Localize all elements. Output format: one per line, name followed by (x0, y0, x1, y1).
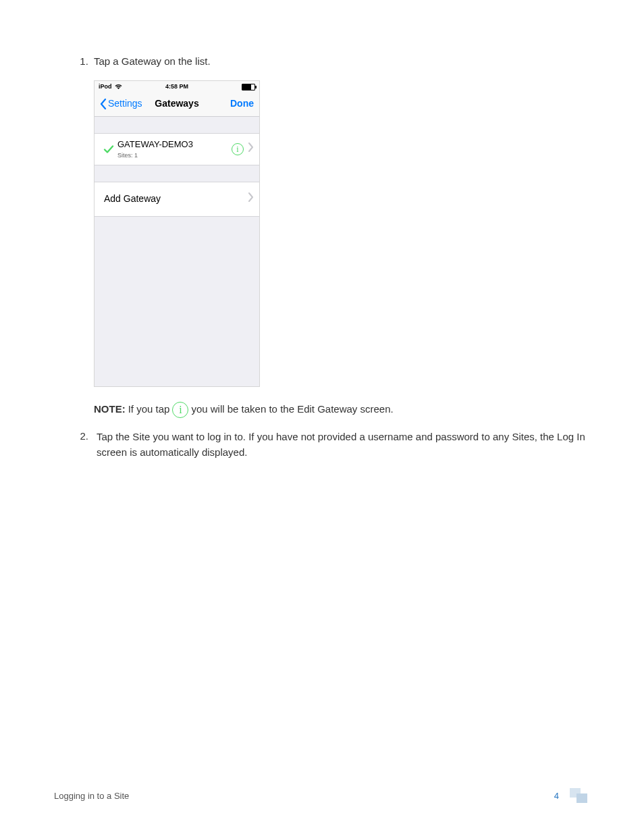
phone-screenshot: iPod 4:58 PM Setting (94, 80, 260, 387)
page-number: 4 (554, 791, 559, 801)
status-right (242, 84, 255, 90)
status-bar: iPod 4:58 PM (95, 81, 259, 92)
gateway-text: GATEWAY-DEMO3 Sites: 1 (117, 138, 232, 161)
step-2-text: Tap the Site you want to log in to. If y… (97, 429, 590, 461)
done-button[interactable]: Done (230, 97, 254, 111)
instruction-list: Tap a Gateway on the list. iPod 4:58 PM (54, 54, 590, 418)
info-icon[interactable]: i (232, 143, 244, 155)
footer-logo (566, 788, 590, 803)
battery-fill (242, 84, 251, 90)
note-text-after: you will be taken to the Edit Gateway sc… (191, 402, 393, 417)
gateway-name: GATEWAY-DEMO3 (117, 138, 232, 151)
note-line: NOTE: If you tap i you will be taken to … (94, 402, 590, 418)
battery-icon (242, 84, 255, 90)
add-gateway-row[interactable]: Add Gateway (95, 182, 259, 217)
page-footer: Logging in to a Site 4 (54, 788, 590, 803)
footer-title: Logging in to a Site (54, 791, 129, 801)
step-1: Tap a Gateway on the list. iPod 4:58 PM (91, 54, 590, 418)
step-1-text: Tap a Gateway on the list. (94, 55, 211, 67)
chevron-right-icon (248, 191, 254, 207)
footer-right: 4 (554, 788, 590, 803)
note-text-before: If you tap (128, 402, 170, 417)
gateway-row[interactable]: GATEWAY-DEMO3 Sites: 1 i (95, 133, 259, 165)
back-label: Settings (108, 97, 142, 111)
nav-bar: Settings Gateways Done (95, 92, 259, 117)
gateway-subtitle: Sites: 1 (117, 151, 232, 161)
step-2-marker: 2. (76, 429, 88, 461)
info-icon: i (172, 402, 188, 418)
add-gateway-label: Add Gateway (104, 192, 248, 206)
note-label: NOTE: (94, 402, 126, 417)
gateway-row-actions: i (232, 141, 254, 157)
gateway-list: GATEWAY-DEMO3 Sites: 1 i Add Gateway (95, 133, 259, 217)
chevron-right-icon (248, 141, 254, 157)
document-page: Tap a Gateway on the list. iPod 4:58 PM (0, 0, 644, 834)
step-2: 2. Tap the Site you want to log in to. I… (54, 429, 590, 461)
status-time: 4:58 PM (95, 82, 259, 92)
back-button[interactable]: Settings (100, 97, 142, 111)
chevron-left-icon (100, 99, 107, 109)
checkmark-icon (100, 144, 117, 155)
